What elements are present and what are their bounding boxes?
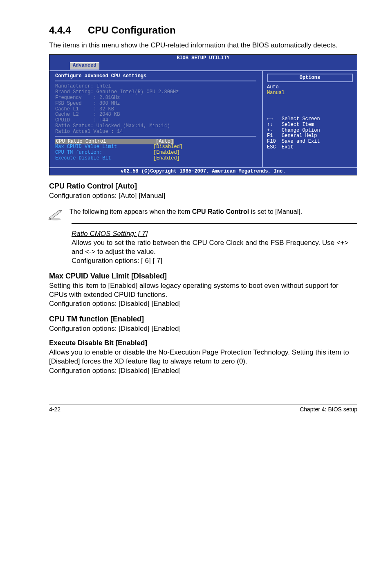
opt-body: Setting this item to [Enabled] allows le… (49, 281, 357, 308)
opt-heading-cpu-ratio: CPU Ratio Control [Auto] (49, 182, 357, 191)
opt-heading-max-cpuid: Max CPUID Value Limit [Disabled] (49, 272, 357, 281)
opt-body: Configuration options: [Auto] [Manual] (49, 191, 357, 200)
bios-setting-row: Execute Disable Bit [Enabled] (55, 156, 256, 162)
setting-value: [Enabled] (153, 150, 180, 156)
note-text: The following item appears when the item… (69, 208, 302, 216)
opt-heading-exec-disable: Execute Disable Bit [Enabled] (49, 339, 357, 347)
opt-body: Allows you to enable or disable the No-E… (49, 348, 357, 375)
cpu-info-line: CPUID : F44 (55, 117, 108, 123)
bios-screenshot: BIOS SETUP UTILITY Advanced Configure ad… (49, 54, 357, 176)
setting-value: [Auto] (155, 139, 174, 145)
cpu-info-line: Frequency : 2.81GHz (55, 95, 120, 101)
cpu-info-block: Manufacturer: Intel Brand String: Genuin… (55, 84, 256, 135)
setting-label: CPU TM function: (55, 150, 153, 156)
setting-label: Max CPUID Value Limit (55, 144, 153, 150)
opt-body: Configuration options: [Disabled] [Enabl… (49, 324, 357, 333)
section-number: 4.4.4 (49, 25, 88, 36)
bios-panel-heading: Configure advanced CPU settings (55, 73, 256, 80)
opt-heading-cpu-tm: CPU TM function [Enabled] (49, 315, 357, 323)
chapter-label: Chapter 4: BIOS setup (300, 406, 357, 413)
sub-option-heading: Ratio CMOS Setting: [ 7] (72, 229, 357, 238)
legend-line: ESC Exit (267, 144, 294, 150)
legend-line: F1 General Help (267, 133, 317, 139)
cpu-info-line: Ratio Status: Unlocked (Max:14, Min:14) (55, 123, 170, 129)
option-manual: Manual (267, 90, 353, 96)
options-header: Options (267, 74, 353, 83)
cpu-info-line: Manufacturer: Intel (55, 83, 111, 89)
setting-label: CPU Ratio Control (55, 139, 155, 145)
legend-line: ↑↓ Select Item (267, 122, 314, 128)
note-box: The following item appears when the item… (72, 205, 357, 224)
bios-setting-row: Max CPUID Value Limit [Disabled] (55, 144, 256, 150)
bios-footer: v02.58 (C)Copyright 1985-2007, American … (49, 168, 357, 175)
sub-option-text: Allows you to set the ratio between the … (72, 238, 357, 256)
sub-option-text: Configuration options: [ 6] [ 7] (72, 256, 357, 265)
key-legend: ←→ Select Screen ↑↓ Select Item +- Chang… (267, 117, 353, 150)
legend-line: ←→ Select Screen (267, 116, 320, 122)
option-auto: Auto (267, 85, 353, 90)
intro-text: The items in this menu show the CPU-rela… (49, 41, 357, 50)
legend-line: F10 Save and Exit (267, 139, 320, 144)
bios-tab-row: Advanced (49, 62, 357, 70)
note-icon (47, 208, 69, 221)
divider (55, 136, 256, 137)
section-title-text: CPU Configuration (88, 25, 176, 36)
legend-line: +- Change Option (267, 128, 320, 133)
cpu-info-line: Ratio Actual Value : 14 (55, 129, 123, 135)
page-number: 4-22 (49, 406, 61, 413)
section-heading: 4.4.4CPU Configuration (49, 25, 357, 36)
bios-tab-advanced: Advanced (70, 62, 99, 70)
sub-option-block: Ratio CMOS Setting: [ 7] Allows you to s… (72, 229, 357, 265)
setting-value: [Enabled] (153, 156, 180, 162)
bios-setting-row: CPU TM function: [Enabled] (55, 150, 256, 156)
bios-setting-row: CPU Ratio Control [Auto] (55, 139, 256, 145)
setting-label: Execute Disable Bit (55, 156, 153, 162)
cpu-info-line: Cache L2 : 2048 KB (55, 112, 120, 117)
setting-value: [Disabled] (153, 144, 183, 150)
bios-title: BIOS SETUP UTILITY (49, 55, 357, 62)
cpu-info-line: Brand String: Genuine Intel(R) CPU 2.80G… (55, 89, 179, 95)
divider (55, 81, 256, 81)
cpu-info-line: Cache L1 : 32 KB (55, 106, 114, 112)
cpu-info-line: FSB Speed : 800 MHz (55, 101, 120, 106)
page-footer: 4-22 Chapter 4: BIOS setup (49, 404, 357, 413)
